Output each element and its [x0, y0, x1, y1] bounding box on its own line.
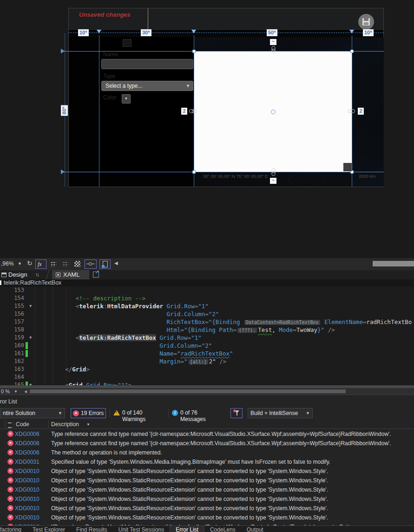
- code-line[interactable]: 155▼ <telerik:HtmlDataProvider Grid.Row=…: [0, 302, 414, 310]
- scope-filter-dropdown[interactable]: ntire Solution ▼: [0, 408, 65, 418]
- zoom-dropdown-caret-icon[interactable]: ▼: [18, 261, 22, 266]
- margin-left-badge[interactable]: 2: [181, 108, 187, 115]
- element-center-anchor[interactable]: [271, 110, 276, 114]
- error-code-link[interactable]: XDG0010: [15, 514, 39, 521]
- code-line[interactable]: 159▼ <telerik:RadRichTextBox Grid.Row="1…: [0, 334, 414, 342]
- bottom-tab-codelens[interactable]: CodeLens: [204, 526, 241, 532]
- editor-zoom-caret-icon[interactable]: ▼: [14, 389, 18, 394]
- warnings-filter-button[interactable]: ! 0 of 140 Warnings: [113, 408, 165, 418]
- error-row[interactable]: ×XDG0010Object of type 'System.Windows.S…: [0, 513, 414, 522]
- collapse-left-icon[interactable]: ◀: [114, 260, 118, 266]
- code-line[interactable]: 163 </Grid>: [0, 365, 414, 373]
- snap-grid-icon[interactable]: [62, 261, 68, 267]
- effects-toggle-button[interactable]: fx: [35, 260, 46, 269]
- margin-chain-left-icon[interactable]: [189, 108, 197, 114]
- selection-handle[interactable]: [192, 50, 196, 53]
- editor-zoom-value[interactable]: 0 %: [1, 389, 10, 394]
- code-line[interactable]: 156 Grid.Column="2": [0, 310, 414, 318]
- breadcrumb-selected-element[interactable]: telerik:RadRichTextBox: [4, 279, 61, 286]
- popout-window-icon[interactable]: [93, 272, 99, 278]
- show-grid-icon[interactable]: [50, 261, 56, 267]
- selection-handle[interactable]: [350, 50, 354, 53]
- tab-design[interactable]: Design: [8, 271, 27, 278]
- code-line[interactable]: 160 Grid.Column="2": [0, 342, 414, 350]
- error-row[interactable]: ×XDG0006The method or operation is not i…: [0, 448, 414, 457]
- error-code-link[interactable]: XDG0010: [15, 468, 39, 474]
- error-row[interactable]: ×XDG0010Object of type 'System.Windows.S…: [0, 504, 414, 513]
- margin-right-badge[interactable]: 2: [358, 108, 364, 115]
- error-row[interactable]: ×XDG0010Object of type 'System.Windows.S…: [0, 467, 414, 476]
- sort-caret-icon[interactable]: ▼: [86, 422, 90, 427]
- show-handles-button[interactable]: [99, 260, 111, 269]
- swap-panes-icon[interactable]: ↑↓: [35, 272, 39, 277]
- error-code-link[interactable]: XDG0010: [15, 477, 39, 484]
- error-row[interactable]: ×XDG0010Object of type 'System.Windows.S…: [0, 485, 414, 494]
- column-divider-marker-icon[interactable]: [349, 30, 354, 33]
- row-height-badge[interactable]: 80*: [61, 105, 68, 116]
- code-line[interactable]: 153: [0, 286, 414, 294]
- error-code-link[interactable]: XDG0006: [15, 449, 39, 456]
- designer-zoom-value[interactable]: ,96%: [1, 260, 13, 267]
- column-divider-marker-icon[interactable]: [97, 30, 101, 33]
- color-dropdown-button[interactable]: ▼: [122, 94, 131, 104]
- grid-column-line[interactable]: [99, 35, 99, 187]
- save-icon[interactable]: [358, 14, 374, 30]
- column-width-badge-2[interactable]: 30*: [141, 29, 151, 36]
- source-filter-dropdown[interactable]: Build + IntelliSense ▼: [248, 408, 313, 418]
- scroll-left-icon[interactable]: ◀: [24, 389, 27, 394]
- resize-grip[interactable]: [343, 163, 352, 171]
- error-code-link[interactable]: XDG0031: [15, 459, 39, 465]
- bottom-tab-find-results[interactable]: Find Results: [71, 526, 113, 532]
- refresh-icon[interactable]: ↻: [27, 260, 33, 267]
- error-code-link[interactable]: XDG0010: [15, 496, 39, 502]
- editor-h-scrollbar-thumb[interactable]: [30, 389, 346, 393]
- error-code-link[interactable]: XDG0010: [15, 505, 39, 512]
- xaml-code-editor[interactable]: 153154 <!-- description -->155▼ <telerik…: [0, 286, 414, 385]
- fold-chevron-icon[interactable]: ▼: [29, 302, 32, 310]
- bottom-tab-error-list[interactable]: Error List: [170, 526, 204, 532]
- column-header-description[interactable]: Description: [51, 421, 79, 428]
- fold-chevron-icon[interactable]: ▼: [29, 381, 32, 385]
- bottom-tab-output[interactable]: Output: [241, 526, 269, 532]
- code-line[interactable]: 164: [0, 373, 414, 381]
- filter-button[interactable]: [230, 408, 243, 418]
- column-width-badge-1[interactable]: 10*: [78, 29, 89, 36]
- name-textbox[interactable]: [101, 59, 193, 69]
- bottom-tab-test-explorer[interactable]: Test Explorer: [27, 526, 71, 532]
- code-line[interactable]: 154 <!-- description -->: [0, 294, 414, 302]
- error-row[interactable]: ×XDG0006Type reference cannot find type …: [0, 439, 414, 448]
- error-row[interactable]: ×XDG0031Specified value of type 'System.…: [0, 457, 414, 467]
- column-header-code[interactable]: Code: [16, 421, 29, 428]
- column-width-badge-3[interactable]: 50*: [267, 29, 277, 36]
- error-row[interactable]: ×XDG0010Object of type 'System.Windows.S…: [0, 476, 414, 485]
- code-line[interactable]: 165▼ <Grid Grid.Row="1">: [0, 381, 414, 385]
- column-width-badge-4[interactable]: 10*: [363, 29, 374, 36]
- code-line[interactable]: 161 Name="radRichTextBox": [0, 350, 414, 357]
- snapline-toggle-icon[interactable]: [74, 261, 80, 267]
- code-line[interactable]: 158 Html="{Binding Path=(???).Test, Mode…: [0, 326, 414, 334]
- margin-chain-top-icon[interactable]: [270, 45, 276, 54]
- margin-chain-right-icon[interactable]: [347, 108, 355, 114]
- errors-filter-button[interactable]: × 19 Errors: [71, 408, 106, 418]
- designer-h-scrollbar[interactable]: [373, 261, 414, 266]
- margin-chain-bottom-icon[interactable]: [270, 168, 276, 176]
- snap-to-snaplines-button[interactable]: [85, 260, 97, 269]
- auto-size-indicator-top[interactable]: ~: [270, 39, 276, 45]
- bottom-tab-unit-test-sessions[interactable]: Unit Test Sessions: [113, 526, 170, 532]
- error-code-link[interactable]: XDG0010: [15, 487, 39, 493]
- error-code-link[interactable]: XDG0006: [15, 431, 39, 437]
- bottom-tab-factoring[interactable]: factoring: [0, 526, 27, 532]
- code-line[interactable]: 157 RichTextBox="{Binding DataContext=Ra…: [0, 318, 414, 326]
- type-combobox[interactable]: Select a type... ▼: [101, 81, 193, 91]
- error-row[interactable]: ×XDG0010Object of type 'System.Windows.S…: [0, 494, 414, 504]
- tab-xaml[interactable]: XAML: [52, 270, 89, 279]
- selection-handle[interactable]: [192, 170, 196, 174]
- severity-column-icon[interactable]: [8, 422, 12, 428]
- column-divider-marker-icon[interactable]: [191, 30, 196, 33]
- auto-size-indicator-bottom[interactable]: ~: [270, 178, 276, 184]
- error-code-link[interactable]: XDG0006: [15, 440, 39, 447]
- code-line[interactable]: 162 Margin="[all:]2" />: [0, 357, 414, 365]
- messages-filter-button[interactable]: i 0 of 76 Messages: [172, 408, 222, 418]
- fold-chevron-icon[interactable]: ▼: [29, 334, 32, 342]
- error-row[interactable]: ×XDG0006Type reference cannot find type …: [0, 429, 414, 439]
